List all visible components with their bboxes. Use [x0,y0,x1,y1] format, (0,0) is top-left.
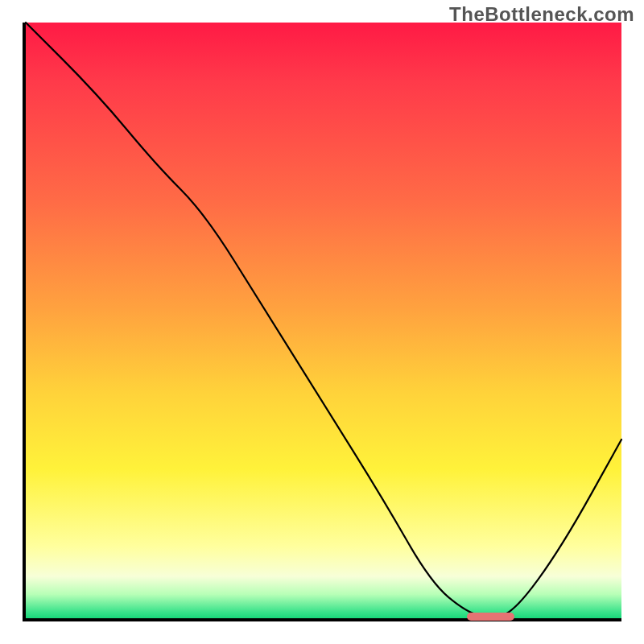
bottleneck-curve [26,23,621,617]
minimum-marker [467,613,514,621]
plot-area [23,23,621,621]
chart-frame: TheBottleneck.com [0,0,644,644]
curve-svg [26,23,621,618]
